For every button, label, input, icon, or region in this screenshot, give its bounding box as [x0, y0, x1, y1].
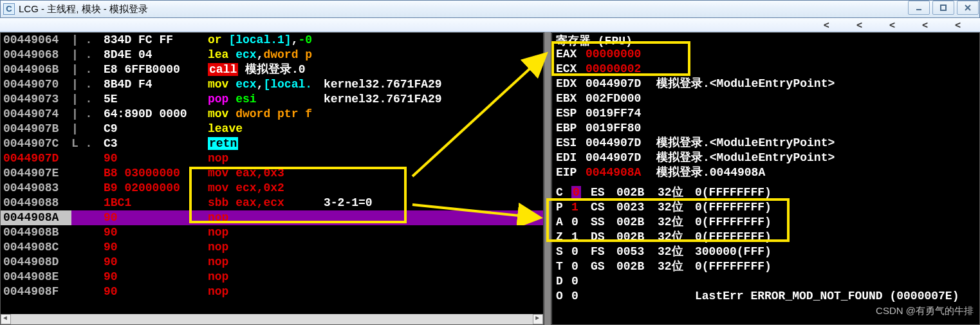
disasm-row[interactable]: 004490881BC1sbb eax,ecx3-2-1=0 [1, 196, 543, 210]
register-row[interactable]: ESP0019FF74 [552, 106, 979, 121]
disasm-row[interactable]: 00449083B9 02000000mov ecx,0x2 [1, 181, 543, 196]
disasm-row[interactable]: 00449070| .8B4D F4mov ecx,[local.kernel3… [1, 77, 543, 92]
address-cell: 0044907E [1, 166, 71, 181]
register-row[interactable]: EBX002FD000 [552, 91, 979, 106]
menu-chevron[interactable]: < [955, 19, 961, 31]
disasm-cell: nop [208, 240, 324, 255]
register-name: EDX [556, 77, 586, 91]
address-cell: 00449070 [1, 77, 71, 92]
disasm-row[interactable]: 0044907B| C9leave [1, 122, 543, 136]
register-row[interactable]: ESI0044907D模拟登录.<ModuleEntryPoint> [552, 136, 979, 151]
disasm-row[interactable]: 0044908E90nop [1, 270, 543, 284]
comment-cell [324, 136, 543, 151]
flag-row[interactable]: A0SS002B32位0(FFFFFFFF) [552, 215, 979, 230]
register-name: EIP [556, 165, 586, 180]
disasm-row[interactable]: 0044908D90nop [1, 255, 543, 270]
registers-panel[interactable]: 寄存器 (FPU) EAX00000000ECX00000002EDX00449… [551, 32, 980, 325]
register-value: 002FD000 [586, 91, 656, 106]
register-name: EAX [556, 47, 586, 62]
register-row[interactable]: EAX00000000 [552, 47, 979, 62]
flag-row[interactable]: S0FS005332位300000(FFF) [552, 245, 979, 259]
flow-cell [71, 166, 104, 181]
disasm-row[interactable]: 00449073| .5Epop esikernel32.7671FA29 [1, 92, 543, 107]
disasm-cell: mov eax,0x3 [208, 166, 324, 181]
register-row[interactable]: EBP0019FF80 [552, 121, 979, 136]
disasm-row[interactable]: 0044908C90nop [1, 240, 543, 255]
flag-row[interactable]: D0 [552, 274, 979, 289]
bytes-cell: 90 [104, 151, 208, 166]
flow-cell [71, 240, 104, 255]
register-value: 0019FF74 [586, 106, 656, 121]
flag-value: 0 [571, 274, 591, 289]
flow-cell [71, 225, 104, 240]
flow-cell: | . [71, 48, 104, 62]
segment-bits: 32位 [658, 230, 695, 245]
flow-cell [71, 255, 104, 270]
segment-bits: 32位 [658, 215, 695, 230]
registers-title: 寄存器 (FPU) [552, 33, 979, 47]
segment-name: GS [591, 259, 616, 274]
flag-row[interactable]: C0ES002B32位0(FFFFFFFF) [552, 185, 979, 200]
flow-cell [71, 270, 104, 284]
scroll-left-button[interactable] [1, 314, 11, 324]
address-cell: 0044908E [1, 270, 71, 284]
flow-cell: | [71, 122, 104, 136]
segment-bits: 32位 [658, 185, 695, 200]
maximize-button[interactable] [932, 1, 954, 15]
segment-name: FS [591, 245, 616, 259]
register-row[interactable]: EDI0044907D模拟登录.<ModuleEntryPoint> [552, 151, 979, 165]
segment-range [695, 274, 979, 289]
segment-name [591, 274, 616, 289]
panel-splitter[interactable] [544, 32, 551, 325]
bytes-cell: 1BC1 [104, 196, 208, 210]
close-button[interactable] [957, 1, 979, 15]
disasm-row[interactable]: 0044907D90nop [1, 151, 543, 166]
register-row[interactable]: EDX0044907D模拟登录.<ModuleEntryPoint> [552, 77, 979, 91]
register-row[interactable]: ECX00000002 [552, 62, 979, 77]
flow-cell: L . [71, 136, 104, 151]
address-cell: 0044907B [1, 122, 71, 136]
disasm-row[interactable]: 0044907CL .C3retn [1, 136, 543, 151]
menu-chevron[interactable]: < [824, 19, 829, 31]
horizontal-scrollbar[interactable] [1, 314, 543, 324]
bytes-cell: B9 02000000 [104, 181, 208, 196]
disasm-row[interactable]: 0044908A90nop [1, 210, 543, 225]
disasm-row[interactable]: 00449074| .64:890D 0000mov dword ptr f [1, 107, 543, 122]
flag-row[interactable]: Z1DS002B32位0(FFFFFFFF) [552, 230, 979, 245]
flag-name: T [556, 259, 571, 274]
disasm-row[interactable]: 00449064| .834D FC FFor [local.1],-0 [1, 33, 543, 48]
flag-row[interactable]: P1CS002332位0(FFFFFFFF) [552, 200, 979, 215]
register-row[interactable]: EIP0044908A模拟登录.0044908A [552, 165, 979, 180]
register-value: 0044907D [586, 77, 656, 91]
minimize-button[interactable] [908, 1, 930, 15]
bytes-cell: 90 [104, 255, 208, 270]
bytes-cell: 90 [104, 225, 208, 240]
menu-chevron[interactable]: < [856, 19, 862, 31]
disasm-row[interactable]: 0044908F90nop [1, 284, 543, 299]
disasm-cell: nop [208, 255, 324, 270]
flag-value: 0 [571, 289, 591, 304]
bytes-cell: E8 6FFB0000 [104, 62, 208, 77]
address-cell: 0044908B [1, 225, 71, 240]
segment-name: DS [591, 230, 616, 245]
disasm-cell: or [local.1],-0 [208, 33, 324, 48]
flag-row[interactable]: O0LastErr ERROR_MOD_NOT_FOUND (0000007E) [552, 289, 979, 304]
flag-name: Z [556, 230, 571, 245]
disasm-row[interactable]: 00449068| .8D4E 04lea ecx,dword p [1, 48, 543, 62]
menu-chevron[interactable]: < [889, 19, 895, 31]
disasm-row[interactable]: 0044908B90nop [1, 225, 543, 240]
flag-row[interactable]: T0GS002B32位0(FFFFFFFF) [552, 259, 979, 274]
disasm-row[interactable]: 0044906B| .E8 6FFB0000call 模拟登录.0 [1, 62, 543, 77]
flow-cell: | . [71, 92, 104, 107]
disasm-cell: nop [208, 151, 324, 166]
top-menu: < < < < < [0, 18, 980, 32]
scroll-right-button[interactable] [533, 314, 543, 324]
bytes-cell: C9 [104, 122, 208, 136]
disasm-row[interactable]: 0044907EB8 03000000mov eax,0x3 [1, 166, 543, 181]
disassembly-panel[interactable]: 00449064| .834D FC FFor [local.1],-00044… [0, 32, 544, 325]
register-name: ESP [556, 106, 586, 121]
disasm-cell: pop esi [208, 92, 324, 107]
bytes-cell: B8 03000000 [104, 166, 208, 181]
disasm-cell: sbb eax,ecx [208, 196, 324, 210]
menu-chevron[interactable]: < [922, 19, 928, 31]
